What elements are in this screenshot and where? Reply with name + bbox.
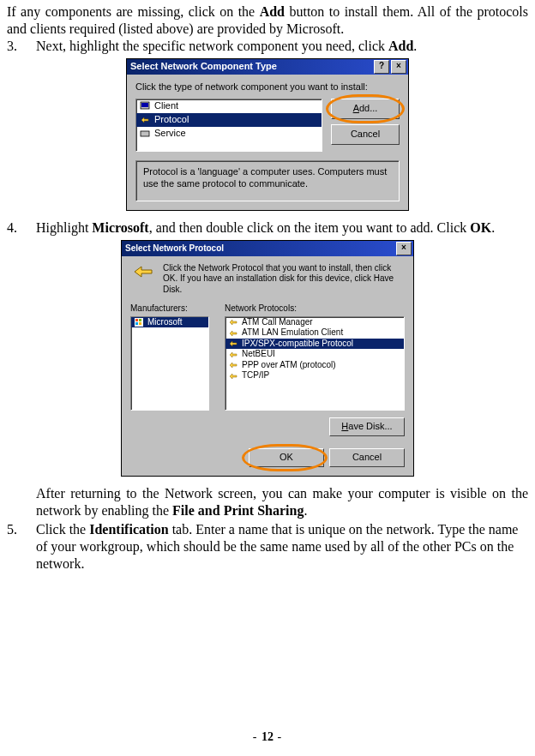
page-number-value: 12 xyxy=(261,730,274,743)
after-bold: File and Print Sharing xyxy=(172,503,304,518)
client-icon xyxy=(139,100,151,112)
manufacturers-label: Manufacturers: xyxy=(130,303,216,315)
protocols-label: Network Protocols: xyxy=(225,303,405,315)
list-item-label: PPP over ATM (protocol) xyxy=(242,360,336,371)
svg-rect-5 xyxy=(139,319,141,321)
list-item-microsoft-label: Microsoft xyxy=(147,317,183,328)
protocol-icon xyxy=(228,371,238,381)
svg-rect-6 xyxy=(135,322,138,325)
list-item[interactable]: ATM Call Manager xyxy=(225,317,404,328)
list-item-service-label: Service xyxy=(154,128,186,140)
service-icon xyxy=(139,128,151,140)
list-item-label: TCP/IP xyxy=(242,370,269,381)
intro-paragraph: If any components are missing, click on … xyxy=(7,3,528,38)
svg-rect-2 xyxy=(141,131,149,136)
after-paragraph: After returning to the Network screen, y… xyxy=(36,485,528,519)
dialog1-description: Protocol is a 'language' a computer uses… xyxy=(135,160,400,201)
list-item-microsoft[interactable]: Microsoft xyxy=(131,317,208,328)
dialog2-instruction: Click the Network Protocol that you want… xyxy=(163,263,405,296)
list-item-client-label: Client xyxy=(154,100,178,112)
dialog-select-component-type: Select Network Component Type ? × Click … xyxy=(126,58,409,211)
ok-button[interactable]: OK xyxy=(249,448,324,467)
page-dash-l: - xyxy=(253,730,261,743)
svg-rect-7 xyxy=(139,322,141,325)
protocol-icon xyxy=(228,317,238,327)
list-item-protocol[interactable]: Protocol xyxy=(136,113,322,127)
protocol-icon xyxy=(228,360,238,370)
dialog1-title: Select Network Component Type xyxy=(130,61,372,73)
svg-rect-4 xyxy=(135,319,138,321)
figure-1: Select Network Component Type ? × Click … xyxy=(7,58,528,211)
vendor-icon xyxy=(134,317,144,327)
figure-2: Select Network Protocol × Click the Netw… xyxy=(7,240,528,477)
protocols-listbox[interactable]: ATM Call Manager ATM LAN Emulation Clien… xyxy=(225,316,405,411)
list-item-client[interactable]: Client xyxy=(136,99,322,113)
step-3-text-a: Next, highlight the specific network com… xyxy=(36,39,388,53)
step-4-ms-bold: Microsoft xyxy=(92,220,148,235)
page-number: - 12 - xyxy=(0,729,535,745)
protocol-icon xyxy=(228,328,238,339)
close-button[interactable]: × xyxy=(391,60,406,74)
protocol-icon xyxy=(139,114,151,126)
step-5-number: 5. xyxy=(7,521,36,573)
step-4-number: 4. xyxy=(7,219,36,237)
list-item[interactable]: NetBEUI xyxy=(225,349,404,360)
step-5: 5. Click the Identification tab. Enter a… xyxy=(7,521,528,573)
dialog2-titlebar[interactable]: Select Network Protocol × xyxy=(122,241,413,256)
list-item-service[interactable]: Service xyxy=(136,127,322,141)
cancel-button[interactable]: Cancel xyxy=(329,448,405,467)
svg-rect-1 xyxy=(141,103,148,107)
list-item[interactable]: PPP over ATM (protocol) xyxy=(225,360,404,371)
cancel-button[interactable]: Cancel xyxy=(331,124,400,145)
list-item[interactable]: TCP/IP xyxy=(225,370,404,381)
list-item-label: ATM LAN Emulation Client xyxy=(242,327,343,339)
step-3-number: 3. xyxy=(7,38,36,55)
dialog-select-network-protocol: Select Network Protocol × Click the Netw… xyxy=(121,240,414,477)
manufacturers-listbox[interactable]: Microsoft xyxy=(130,316,209,411)
have-disk-button[interactable]: Have Disk... xyxy=(329,417,405,436)
dialog1-titlebar[interactable]: Select Network Component Type ? × xyxy=(127,59,408,75)
step-3-add-bold: Add xyxy=(388,39,413,53)
intro-text-a: If any components are missing, click on … xyxy=(7,4,260,19)
component-type-listbox[interactable]: Client Protocol Service xyxy=(135,99,322,152)
step-3: 3. Next, highlight the specific network … xyxy=(7,38,528,55)
list-item-protocol-label: Protocol xyxy=(154,114,189,126)
after-text-b: . xyxy=(304,503,307,518)
step-5-ident-bold: Identification xyxy=(89,522,168,537)
list-item[interactable]: IPX/SPX-compatible Protocol xyxy=(225,339,404,350)
list-item-label: NetBEUI xyxy=(242,349,275,360)
havedisk-rest: ave Disk... xyxy=(348,421,392,431)
dialog2-title: Select Network Protocol xyxy=(125,243,394,255)
step-3-text-b: . xyxy=(413,39,417,53)
protocol-icon xyxy=(228,350,238,360)
step-4-text-b: , and then double click on the item you … xyxy=(149,220,471,235)
close-button[interactable]: × xyxy=(396,242,412,255)
step-4: 4. Highlight Microsoft, and then double … xyxy=(7,219,528,237)
list-item-label: IPX/SPX-compatible Protocol xyxy=(242,339,353,350)
step-4-text-c: . xyxy=(491,220,495,235)
step-4-ok-bold: OK xyxy=(470,220,491,235)
page-dash-r: - xyxy=(274,730,282,743)
step-5-text-a: Click the xyxy=(36,522,89,537)
intro-add-bold: Add xyxy=(260,4,285,19)
dialog1-instruction: Click the type of network component you … xyxy=(135,81,400,93)
protocol-icon xyxy=(228,339,238,349)
list-item[interactable]: ATM LAN Emulation Client xyxy=(225,327,404,339)
add-button[interactable]: Add... xyxy=(331,99,400,119)
help-button[interactable]: ? xyxy=(374,60,389,74)
step-4-text-a: Highlight xyxy=(36,220,92,235)
list-item-label: ATM Call Manager xyxy=(242,317,313,328)
protocol-dialog-icon xyxy=(130,263,156,289)
